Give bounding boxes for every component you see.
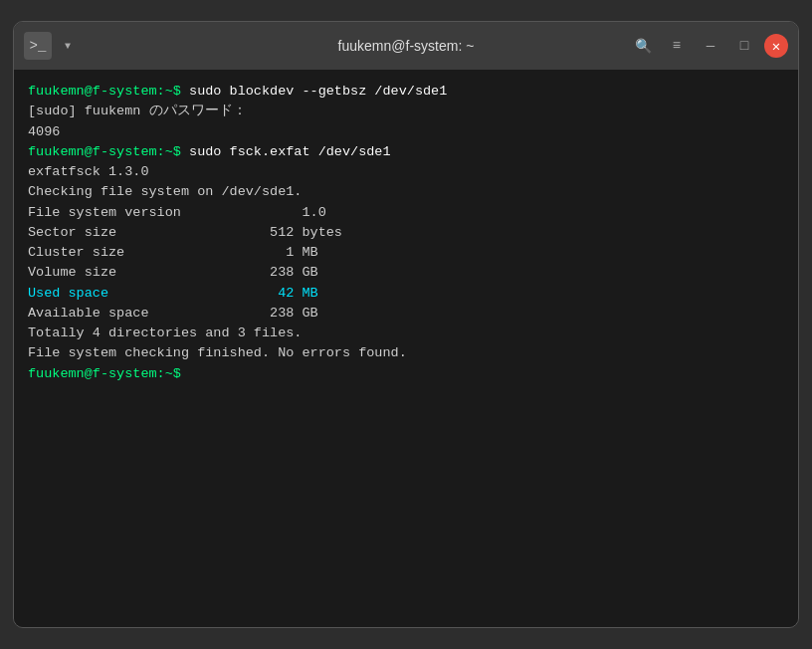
dropdown-icon[interactable]: ▼ <box>58 36 78 56</box>
command: sudo blockdev --getbsz /dev/sde1 <box>181 84 447 99</box>
terminal-line: fuukemn@f-system:~$ sudo blockdev --getb… <box>28 82 784 102</box>
sector-size-line: Sector size 512 bytes <box>28 223 784 243</box>
prompt: fuukemn@f-system:~$ <box>28 84 181 99</box>
cursor <box>181 366 189 381</box>
used-space-line: Used space 42 MB <box>28 284 784 304</box>
window-title: fuukemn@f-system: ~ <box>338 38 475 54</box>
titlebar: >_ ▼ fuukemn@f-system: ~ 🔍 ≡ — □ ✕ <box>14 22 798 70</box>
prompt: fuukemn@f-system:~$ <box>28 144 181 159</box>
terminal-icon[interactable]: >_ <box>24 32 52 60</box>
terminal-line: fuukemn@f-system:~$ sudo fsck.exfat /dev… <box>28 142 784 162</box>
used-space-label: Used space 42 MB <box>28 286 318 301</box>
search-button[interactable]: 🔍 <box>629 32 657 60</box>
terminal-line: File system checking finished. No errors… <box>28 343 784 363</box>
terminal-line: Volume size 238 GB <box>28 263 784 283</box>
titlebar-left: >_ ▼ <box>24 32 78 60</box>
maximize-button[interactable]: □ <box>730 32 758 60</box>
terminal-line: File system version 1.0 <box>28 203 784 223</box>
terminal-line: [sudo] fuukemn のパスワード： <box>28 102 784 121</box>
terminal-line: Checking file system on /dev/sde1. <box>28 182 784 202</box>
terminal-line: Cluster size 1 MB <box>28 243 784 263</box>
terminal-window: >_ ▼ fuukemn@f-system: ~ 🔍 ≡ — □ ✕ fuuke… <box>13 21 799 628</box>
command: sudo fsck.exfat /dev/sde1 <box>181 144 391 159</box>
terminal-line: 4096 <box>28 122 784 142</box>
terminal-line: Totally 4 directories and 3 files. <box>28 324 784 343</box>
minimize-button[interactable]: — <box>697 32 724 60</box>
terminal-line: Available space 238 GB <box>28 304 784 324</box>
close-button[interactable]: ✕ <box>764 34 788 58</box>
terminal-line: exfatfsck 1.3.0 <box>28 162 784 182</box>
menu-button[interactable]: ≡ <box>663 32 691 60</box>
prompt: fuukemn@f-system:~$ <box>28 366 181 381</box>
titlebar-right: 🔍 ≡ — □ ✕ <box>629 32 788 60</box>
terminal-line: fuukemn@f-system:~$ <box>28 364 784 384</box>
terminal-body[interactable]: fuukemn@f-system:~$ sudo blockdev --getb… <box>14 70 798 627</box>
